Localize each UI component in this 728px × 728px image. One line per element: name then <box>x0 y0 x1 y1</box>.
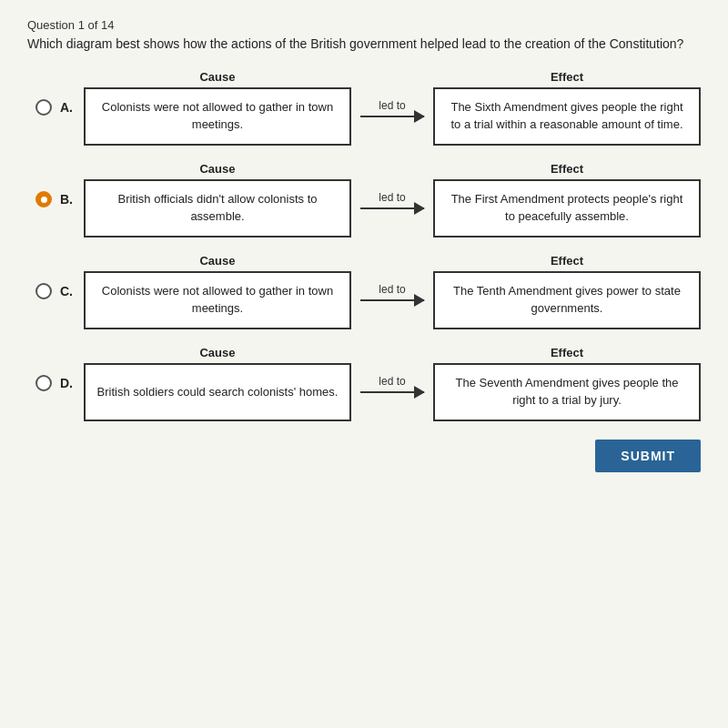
option-row-C: C.CauseEffectColonists were not allowed … <box>27 254 701 329</box>
cause-header-C: Cause <box>84 254 351 268</box>
arrow-area-D: led to <box>351 391 433 393</box>
radio-A[interactable] <box>35 99 52 116</box>
cause-box-B: British officials didn't allow colonists… <box>84 179 351 238</box>
question-number: Question 1 of 14 <box>27 18 701 32</box>
diagram-A: CauseEffectColonists were not allowed to… <box>84 70 701 146</box>
cause-box-A: Colonists were not allowed to gather in … <box>84 87 351 146</box>
cause-box-D: British soldiers could search colonists'… <box>84 363 351 421</box>
option-label-C: C. <box>60 284 84 298</box>
effect-header-A: Effect <box>433 70 701 84</box>
arrow-label-D: led to <box>379 375 405 388</box>
effect-header-D: Effect <box>433 346 701 359</box>
diagram-D: CauseEffectBritish soldiers could search… <box>84 346 701 421</box>
option-label-D: D. <box>60 376 84 390</box>
radio-C[interactable] <box>35 283 52 299</box>
option-label-B: B. <box>60 192 84 207</box>
radio-B[interactable] <box>35 191 52 207</box>
arrow-label-B: led to <box>379 191 405 204</box>
arrow-line-C <box>360 299 424 301</box>
effect-box-D: The Seventh Amendment gives people the r… <box>433 363 701 421</box>
option-row-D: D.CauseEffectBritish soldiers could sear… <box>27 346 701 421</box>
effect-header-C: Effect <box>433 254 701 268</box>
radio-D[interactable] <box>35 375 52 391</box>
arrow-label-A: led to <box>379 99 405 112</box>
cause-header-D: Cause <box>84 346 351 359</box>
cause-header-B: Cause <box>84 162 351 176</box>
arrow-line-D <box>360 391 424 393</box>
cause-box-C: Colonists were not allowed to gather in … <box>84 271 351 329</box>
cause-header-A: Cause <box>84 70 351 84</box>
effect-header-B: Effect <box>433 162 701 176</box>
effect-box-B: The First Amendment protects people's ri… <box>433 179 701 238</box>
arrow-line-A <box>360 116 424 117</box>
arrow-area-A: led to <box>351 116 433 117</box>
option-row-A: A.CauseEffectColonists were not allowed … <box>27 70 701 146</box>
effect-box-A: The Sixth Amendment gives people the rig… <box>433 87 701 146</box>
diagram-B: CauseEffectBritish officials didn't allo… <box>84 162 701 238</box>
option-label-A: A. <box>60 100 84 115</box>
arrow-area-C: led to <box>351 299 433 301</box>
question-text: Which diagram best shows how the actions… <box>27 35 701 54</box>
effect-box-C: The Tenth Amendment gives power to state… <box>433 271 701 329</box>
arrow-area-B: led to <box>351 207 433 209</box>
arrow-label-C: led to <box>379 283 405 296</box>
diagram-C: CauseEffectColonists were not allowed to… <box>84 254 701 329</box>
arrow-line-B <box>360 207 424 209</box>
submit-button[interactable]: SUBMIT <box>595 440 701 472</box>
option-row-B: B.CauseEffectBritish officials didn't al… <box>27 162 701 238</box>
